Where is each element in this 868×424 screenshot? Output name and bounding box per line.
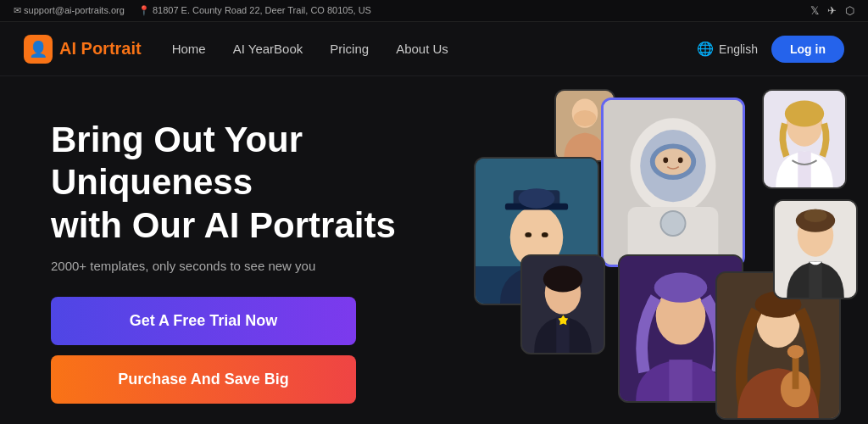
svg-point-3 xyxy=(574,110,597,126)
logo-text: AI Portrait xyxy=(59,39,142,59)
svg-point-28 xyxy=(543,266,582,293)
svg-point-18 xyxy=(663,157,668,163)
hero-left: Bring Out Your Uniqueness with Our AI Po… xyxy=(51,110,475,424)
svg-point-40 xyxy=(787,345,804,359)
top-bar-right: 𝕏 ✈ ⬡ xyxy=(810,4,854,17)
svg-point-11 xyxy=(542,232,548,237)
telegram-icon[interactable]: ✈ xyxy=(827,4,837,17)
purchase-button[interactable]: Purchase And Save Big xyxy=(51,355,356,404)
globe-icon: 🌐 xyxy=(697,41,714,57)
nav-yearbook[interactable]: AI YearBook xyxy=(233,42,303,56)
portrait-card-doctor xyxy=(762,89,847,189)
navbar: 👤 AI Portrait Home AI YearBook Pricing A… xyxy=(0,22,868,76)
portrait-card-police xyxy=(520,254,605,354)
logo-icon: 👤 xyxy=(24,35,53,64)
address-info: 📍 81807 E. County Road 22, Deer Trail, C… xyxy=(138,5,371,16)
svg-point-24 xyxy=(785,101,824,127)
svg-rect-25 xyxy=(798,151,810,187)
nav-right: 🌐 English Log in xyxy=(697,36,844,63)
svg-point-33 xyxy=(654,273,708,303)
svg-point-44 xyxy=(804,209,826,222)
twitter-icon[interactable]: 𝕏 xyxy=(810,4,819,17)
svg-point-10 xyxy=(525,232,531,237)
top-bar: ✉ support@ai-portraits.org 📍 81807 E. Co… xyxy=(0,0,868,22)
portrait-card-astronaut xyxy=(601,98,745,267)
trial-button[interactable]: Get A Free Trial Now xyxy=(51,297,356,345)
hero-subtitle: 2000+ templates, only seconds to see new… xyxy=(51,259,475,273)
discord-icon[interactable]: ⬡ xyxy=(845,4,854,17)
svg-rect-34 xyxy=(669,360,692,401)
top-bar-left: ✉ support@ai-portraits.org 📍 81807 E. Co… xyxy=(14,5,371,16)
svg-point-9 xyxy=(519,188,555,208)
nav-home[interactable]: Home xyxy=(172,42,206,56)
login-button[interactable]: Log in xyxy=(771,36,844,63)
svg-rect-45 xyxy=(809,261,821,298)
svg-point-19 xyxy=(678,157,683,163)
nav-pricing[interactable]: Pricing xyxy=(330,42,369,56)
portrait-card-business xyxy=(773,199,858,299)
email-info: ✉ support@ai-portraits.org xyxy=(14,5,125,16)
logo-area[interactable]: 👤 AI Portrait xyxy=(24,35,142,64)
svg-point-21 xyxy=(660,211,685,236)
hero-title: Bring Out Your Uniqueness with Our AI Po… xyxy=(51,119,475,247)
svg-point-17 xyxy=(655,148,692,175)
language-label: English xyxy=(719,42,758,56)
nav-links: Home AI YearBook Pricing About Us xyxy=(172,42,697,56)
portrait-collage xyxy=(470,85,851,416)
hero-section: Bring Out Your Uniqueness with Our AI Po… xyxy=(0,76,868,424)
language-selector[interactable]: 🌐 English xyxy=(697,41,758,57)
nav-about[interactable]: About Us xyxy=(396,42,448,56)
